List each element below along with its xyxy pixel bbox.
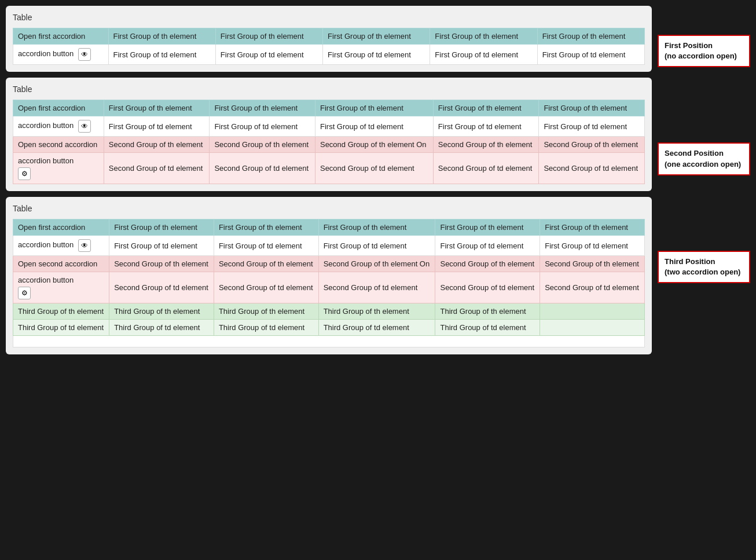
annotation-title-2: Second Position bbox=[665, 149, 724, 158]
table-container-1: Table Open first accordion First Group o… bbox=[6, 6, 652, 72]
accordion-eye-button-3[interactable]: 👁 bbox=[78, 239, 91, 252]
t3-first-group-th-label: Open first accordion bbox=[13, 219, 109, 236]
t3-second-group-th-label: Open second accordion bbox=[13, 256, 109, 272]
first-group-th-col-4: First Group of th element bbox=[430, 28, 537, 45]
first-group-td-col-3: First Group of td element bbox=[323, 45, 430, 65]
table-row: accordion button 👁 First Group of td ele… bbox=[13, 116, 645, 137]
annotation-title-3: Third Position bbox=[665, 257, 715, 266]
table-row: accordion button ⚙ Second Group of td el… bbox=[13, 153, 645, 184]
first-group-td-label: accordion button 👁 bbox=[13, 45, 109, 65]
first-group-td-col-2: First Group of td element bbox=[215, 45, 322, 65]
annotation-subtitle-2: (one accordion open) bbox=[665, 160, 741, 169]
first-group-th-col-1: First Group of th element bbox=[108, 28, 215, 45]
main-content: Table Open first accordion First Group o… bbox=[6, 6, 652, 354]
first-group-td-col-1: First Group of td element bbox=[108, 45, 215, 65]
first-group-td-col-4: First Group of td element bbox=[430, 45, 537, 65]
annotation-subtitle-3: (two accordion open) bbox=[665, 268, 740, 276]
t2-second-group-th-label: Open second accordion bbox=[13, 137, 104, 153]
accordion-eye-button-1[interactable]: 👁 bbox=[78, 48, 91, 61]
first-group-th-col-3: First Group of th element bbox=[323, 28, 430, 45]
accordion-gear-button-2[interactable]: ⚙ bbox=[18, 167, 31, 180]
accordion-eye-button-2[interactable]: 👁 bbox=[78, 120, 91, 133]
table-row: Third Group of th element Third Group of… bbox=[13, 303, 645, 320]
first-group-th-label: Open first accordion bbox=[13, 28, 109, 45]
table-title-1: Table bbox=[13, 13, 645, 22]
annotation-second: Second Position (one accordion open) bbox=[658, 142, 750, 175]
table-2: Open first accordion First Group of th e… bbox=[13, 100, 645, 184]
t2-first-group-th-label: Open first accordion bbox=[13, 100, 104, 116]
table-row: accordion button ⚙ Second Group of td el… bbox=[13, 272, 645, 303]
table-row: Open second accordion Second Group of th… bbox=[13, 137, 645, 153]
table-row: Open second accordion Second Group of th… bbox=[13, 256, 645, 272]
table-title-3: Table bbox=[13, 204, 645, 213]
table-container-2: Table Open first accordion First Group o… bbox=[6, 78, 652, 191]
table-row bbox=[13, 336, 645, 347]
first-group-th-col-2: First Group of th element bbox=[215, 28, 322, 45]
annotation-third: Third Position (two accordion open) bbox=[658, 251, 750, 283]
table-title-2: Table bbox=[13, 85, 645, 94]
side-annotations: First Position (no accordion open) Secon… bbox=[658, 6, 750, 354]
table-row: Open first accordion First Group of th e… bbox=[13, 28, 645, 45]
table-row: Third Group of td element Third Group of… bbox=[13, 320, 645, 336]
accordion-gear-button-3[interactable]: ⚙ bbox=[18, 287, 31, 299]
first-group-th-col-5: First Group of th element bbox=[537, 28, 644, 45]
table-3: Open first accordion First Group of th e… bbox=[13, 219, 645, 347]
annotation-first: First Position (no accordion open) bbox=[658, 35, 750, 67]
table-1: Open first accordion First Group of th e… bbox=[13, 28, 645, 65]
table-row: accordion button 👁 First Group of td ele… bbox=[13, 236, 645, 256]
table-row: Open first accordion First Group of th e… bbox=[13, 100, 645, 116]
first-group-td-col-5: First Group of td element bbox=[537, 45, 644, 65]
annotation-title-1: First Position bbox=[665, 41, 713, 50]
table-row: accordion button 👁 First Group of td ele… bbox=[13, 45, 645, 65]
annotation-subtitle-1: (no accordion open) bbox=[665, 52, 737, 60]
table-row: Open first accordion First Group of th e… bbox=[13, 219, 645, 236]
table-container-3: Table Open first accordion First Group o… bbox=[6, 197, 652, 354]
